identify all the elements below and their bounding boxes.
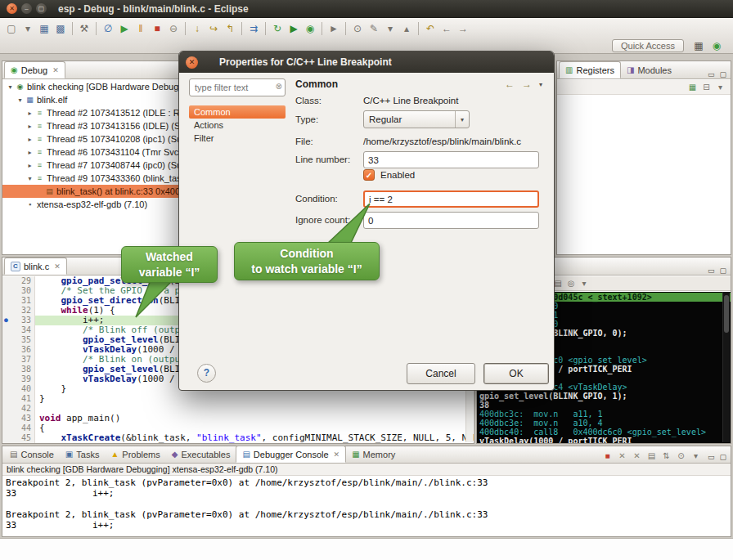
collapsed-arrow-icon[interactable]: ▸	[25, 149, 34, 156]
save-icon[interactable]: ▦	[36, 20, 52, 37]
line-number-input[interactable]	[363, 151, 539, 168]
close-icon[interactable]: ✕	[52, 66, 59, 74]
build-icon[interactable]: ⚒	[76, 20, 92, 37]
view-menu-icon[interactable]: ▾	[578, 277, 591, 289]
disassembly-line[interactable]: 38	[477, 401, 731, 410]
disassembly-line[interactable]: 400dbc40: call8 0x400dc6c0 <gpio_set_lev…	[477, 428, 731, 437]
window-close-button[interactable]: ✕	[7, 3, 17, 14]
tab-problems[interactable]: ▲Problems	[105, 446, 165, 463]
minimize-icon[interactable]: ▭	[708, 70, 715, 78]
maximize-icon[interactable]: ▢	[719, 70, 726, 78]
terminate-icon[interactable]: ■	[600, 449, 614, 462]
maximize-icon[interactable]: ▢	[719, 453, 726, 461]
minimize-icon[interactable]: ▭	[708, 267, 715, 275]
step-over-icon[interactable]: ↪	[205, 20, 222, 37]
last-edit-location-icon[interactable]: ↶	[422, 20, 438, 37]
scrollbar-thumb[interactable]	[724, 295, 729, 333]
track-expression-icon[interactable]: ◎	[564, 277, 578, 289]
disassembly-line[interactable]: vTaskDelay(1000 / portTICK_PERI	[477, 437, 731, 443]
show-columns-icon[interactable]: ▦	[686, 81, 699, 94]
type-dropdown[interactable]: Regular ▾	[363, 110, 470, 128]
tab-registers[interactable]: ▥Registers	[559, 61, 621, 78]
remove-all-launches-icon[interactable]: ✕	[630, 449, 644, 462]
breakpoint-icon[interactable]: ●	[4, 316, 8, 325]
tab-debugger-console[interactable]: ▤Debugger Console✕	[236, 446, 346, 463]
disassembly-line[interactable]: 400dbc3e: mov.n a10, 4	[477, 419, 731, 428]
remove-launch-icon[interactable]: ✕	[615, 449, 629, 462]
tab-blink-c[interactable]: C blink.c ✕	[4, 258, 67, 275]
clear-console-icon[interactable]: ▤	[645, 449, 659, 462]
view-menu-icon[interactable]: ▾	[713, 81, 727, 94]
collapsed-arrow-icon[interactable]: ▸	[25, 110, 34, 117]
forward-icon[interactable]: →	[522, 78, 532, 90]
enabled-checkbox[interactable]: ✓	[363, 169, 375, 181]
previous-annotation-icon[interactable]: ▴	[398, 20, 415, 37]
tab-debug[interactable]: ◉ Debug ✕	[4, 61, 65, 78]
save-all-icon[interactable]: ▩	[52, 20, 69, 37]
close-icon[interactable]: ✕	[54, 262, 61, 271]
collapsed-arrow-icon[interactable]: ▸	[25, 136, 34, 143]
window-maximize-button[interactable]: ▢	[36, 3, 47, 14]
step-return-icon[interactable]: ↰	[222, 20, 238, 37]
back-icon[interactable]: ←	[438, 20, 455, 37]
disassembly-line[interactable]: gpio_set_level(BLINK_GPIO, 1);	[477, 392, 731, 401]
terminate-icon[interactable]: ■	[149, 20, 165, 37]
ignore-count-input[interactable]	[363, 212, 539, 229]
disconnect-icon[interactable]: ⊖	[165, 20, 182, 37]
code-line[interactable]: 42	[2, 404, 474, 414]
next-annotation-icon[interactable]: ▾	[382, 20, 398, 37]
forward-icon[interactable]: →	[455, 20, 471, 37]
dialog-close-button[interactable]: ✕	[186, 56, 198, 69]
tab-tasks[interactable]: ▣Tasks	[60, 446, 106, 463]
dialog-section-common[interactable]: Common	[189, 105, 286, 119]
code-line[interactable]: 44{	[2, 423, 474, 433]
instruction-stepping-icon[interactable]: ⇉	[245, 20, 262, 37]
debug-icon[interactable]: ◉	[302, 20, 318, 37]
disassembly-line[interactable]: 400dbc3c: mov.n a11, 1	[477, 410, 731, 419]
tab-executables[interactable]: ◆Executables	[166, 446, 236, 463]
close-icon[interactable]: ✕	[334, 450, 340, 459]
cancel-button[interactable]: Cancel	[407, 363, 475, 384]
dialog-section-filter[interactable]: Filter	[189, 132, 286, 145]
skip-breakpoints-icon[interactable]: ∅	[100, 20, 116, 37]
mark-occurrences-icon[interactable]: ✎	[366, 20, 382, 37]
pin-console-icon[interactable]: ⊙	[674, 449, 688, 462]
expanded-arrow-icon[interactable]: ▾	[6, 83, 15, 91]
ok-button[interactable]: OK	[483, 363, 549, 384]
dialog-section-actions[interactable]: Actions	[189, 119, 286, 132]
code-line[interactable]: 45 xTaskCreate(&blink_task, "blink_task"…	[2, 433, 474, 443]
code-line[interactable]: 43void app_main()	[2, 414, 474, 423]
window-minimize-button[interactable]: –	[21, 3, 32, 14]
help-button[interactable]: ?	[197, 364, 216, 383]
expanded-arrow-icon[interactable]: ▾	[25, 175, 34, 182]
display-selected-console-icon[interactable]: ▾	[689, 449, 703, 462]
console-output[interactable]: Breakpoint 2, blink_task (pvParameter=0x…	[2, 476, 731, 536]
new-dropdown-icon[interactable]: ▾	[20, 20, 36, 37]
external-tools-icon[interactable]: ►	[326, 20, 342, 37]
step-into-icon[interactable]: ↓	[189, 20, 205, 37]
chevron-down-icon[interactable]: ▾	[539, 81, 542, 88]
tab-memory[interactable]: ▦Memory	[346, 446, 401, 463]
debug-perspective-icon[interactable]: ◉	[708, 38, 725, 54]
scroll-lock-icon[interactable]: ⇅	[659, 449, 673, 462]
clear-filter-icon[interactable]: ⊗	[276, 82, 282, 91]
disassembly-scrollbar[interactable]	[722, 292, 730, 442]
back-icon[interactable]: ←	[505, 78, 515, 90]
code-line[interactable]: 41}	[2, 394, 474, 404]
quick-access-button[interactable]: Quick Access	[612, 39, 684, 52]
restart-icon[interactable]: ↻	[269, 20, 286, 37]
collapse-all-icon[interactable]: ⊟	[699, 81, 713, 94]
condition-input[interactable]	[363, 190, 539, 208]
open-perspective-icon[interactable]: ▦	[690, 38, 707, 54]
tab-modules[interactable]: ◨Modules	[621, 61, 677, 78]
filter-input[interactable]	[189, 78, 286, 96]
run-icon[interactable]: ▶	[286, 20, 302, 37]
maximize-icon[interactable]: ▢	[719, 267, 726, 275]
collapsed-arrow-icon[interactable]: ▸	[25, 123, 34, 130]
tab-console[interactable]: ▤Console	[4, 446, 60, 463]
expanded-arrow-icon[interactable]: ▾	[16, 96, 25, 104]
resume-icon[interactable]: ▶	[116, 20, 133, 37]
search-icon[interactable]: ⊙	[349, 20, 366, 37]
new-icon[interactable]: ▢	[3, 20, 20, 37]
collapsed-arrow-icon[interactable]: ▸	[25, 162, 34, 169]
